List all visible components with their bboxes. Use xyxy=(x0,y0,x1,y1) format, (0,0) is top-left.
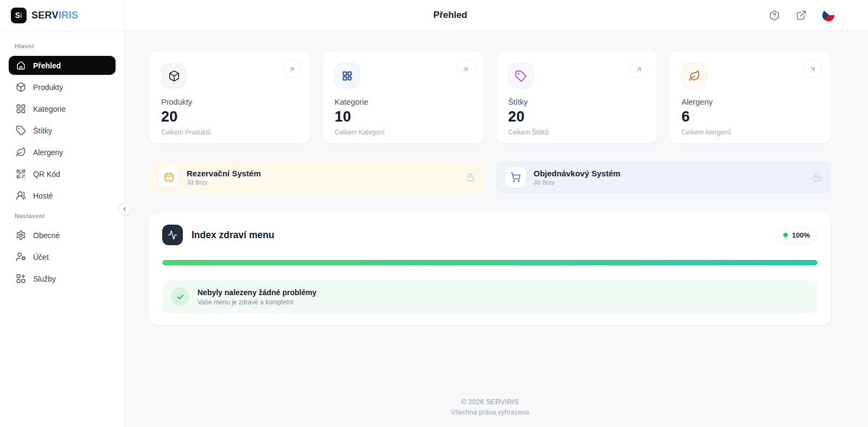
user-gear-icon xyxy=(16,252,26,262)
users-icon xyxy=(16,190,26,201)
sidebar-nav: Hlavní Přehled Produkty Kategorie Štítky… xyxy=(0,31,124,288)
stat-open-button[interactable] xyxy=(629,60,648,79)
stat-open-button[interactable] xyxy=(803,60,822,79)
sidebar-item-produkty[interactable]: Produkty xyxy=(9,78,116,97)
external-link-button[interactable] xyxy=(796,10,807,21)
stat-icon-tile xyxy=(508,63,534,88)
sidebar-item-alergeny[interactable]: Alergeny xyxy=(9,143,116,162)
lock-icon xyxy=(813,173,821,182)
page-title: Přehled xyxy=(125,10,776,21)
sidebar-item-obecne[interactable]: Obecné xyxy=(9,226,116,245)
sidebar-item-label: Účet xyxy=(33,253,49,262)
sidebar-item-label: Služby xyxy=(33,275,56,283)
logo-mark: Si xyxy=(11,8,27,23)
sidebar-item-sluzby[interactable]: Služby xyxy=(9,269,116,288)
sidebar-item-label: Kategorie xyxy=(33,105,66,113)
sidebar-item-label: Hosté xyxy=(33,192,53,200)
banner-icon-tile xyxy=(506,167,526,188)
sidebar-item-label: Produkty xyxy=(33,83,63,92)
sidebar: Si SERVIRIS Hlavní Přehled Produkty Kate… xyxy=(0,0,125,427)
sidebar-item-label: QR Kód xyxy=(33,170,60,179)
health-message-text: Nebyly nalezeny žádné problémy Vaše menu… xyxy=(197,288,316,306)
stat-subtitle: Celkem Alergenů xyxy=(681,129,819,136)
cart-icon xyxy=(510,172,521,182)
stat-open-button[interactable] xyxy=(283,60,302,79)
sidebar-item-label: Obecné xyxy=(33,231,60,240)
footer-copyright: © 2026 SERVIRIS xyxy=(149,398,831,406)
activity-icon xyxy=(168,230,177,240)
health-message-subtitle: Vaše menu je zdravé a kompletní xyxy=(197,298,316,306)
topbar: Přehled xyxy=(125,0,868,31)
sidebar-item-label: Přehled xyxy=(33,61,61,70)
sidebar-item-hoste[interactable]: Hosté xyxy=(9,186,116,205)
stat-icon-tile xyxy=(681,63,707,88)
grid-plus-icon xyxy=(16,273,26,284)
sidebar-item-ucet[interactable]: Účet xyxy=(9,247,116,266)
main-area: Přehled Produkty 20 Celkem Pr xyxy=(125,0,868,427)
external-link-icon xyxy=(796,10,807,21)
sidebar-collapse-button[interactable] xyxy=(118,203,131,215)
stat-card-alergeny[interactable]: Alergeny 6 Celkem Alergenů xyxy=(669,50,831,144)
status-dot-icon xyxy=(783,233,788,237)
grid-icon xyxy=(16,104,26,114)
stat-icon-tile xyxy=(335,63,360,88)
stat-subtitle: Celkem Kategorií xyxy=(335,129,472,136)
sidebar-item-prehled[interactable]: Přehled xyxy=(9,56,116,75)
banner-rezervacni-system[interactable]: Rezervační Systém Již Brzy xyxy=(149,161,484,193)
check-circle-icon xyxy=(171,288,189,306)
lock-icon xyxy=(466,173,475,182)
stat-title: Štítky xyxy=(508,98,646,106)
stat-value: 20 xyxy=(508,109,646,125)
health-progress-fill xyxy=(162,260,818,265)
health-percent-value: 100% xyxy=(792,231,810,239)
stat-value: 10 xyxy=(335,109,472,125)
gear-icon xyxy=(16,230,26,240)
banner-title: Objednávkový Systém xyxy=(534,169,621,178)
stat-value: 20 xyxy=(161,109,298,125)
stats-row: Produkty 20 Celkem Produktů Kategorie 10… xyxy=(149,50,831,144)
stat-card-stitky[interactable]: Štítky 20 Celkem Štítků xyxy=(496,50,658,144)
banner-text: Objednávkový Systém Již Brzy xyxy=(534,169,621,186)
czech-flag-icon[interactable] xyxy=(822,9,834,21)
check-icon xyxy=(176,293,184,301)
sidebar-item-label: Štítky xyxy=(33,126,52,135)
stat-card-produkty[interactable]: Produkty 20 Celkem Produktů xyxy=(149,50,311,144)
stat-subtitle: Celkem Štítků xyxy=(508,129,646,136)
stat-title: Alergeny xyxy=(681,98,819,106)
sidebar-item-kategorie[interactable]: Kategorie xyxy=(9,99,116,118)
nav-section-label-settings: Nastavení xyxy=(15,213,116,220)
stat-title: Produkty xyxy=(161,98,298,106)
home-icon xyxy=(16,60,26,71)
tag-icon xyxy=(515,70,527,82)
sidebar-item-label: Alergeny xyxy=(33,148,63,157)
logo[interactable]: Si SERVIRIS xyxy=(0,0,124,31)
footer-rights: Všechna práva vyhrazena xyxy=(149,409,831,416)
page-content: Produkty 20 Celkem Produktů Kategorie 10… xyxy=(125,31,868,427)
banner-text: Rezervační Systém Již Brzy xyxy=(187,169,261,186)
health-progress-track xyxy=(162,260,818,265)
help-button[interactable] xyxy=(769,10,780,21)
banner-subtitle: Již Brzy xyxy=(534,179,621,186)
stat-title: Kategorie xyxy=(335,98,472,106)
stat-icon-tile xyxy=(161,63,187,88)
health-icon-tile xyxy=(162,225,183,245)
stat-open-button[interactable] xyxy=(456,60,475,79)
stat-subtitle: Celkem Produktů xyxy=(161,129,298,136)
arrow-up-right-icon xyxy=(635,66,643,73)
health-percent-badge: 100% xyxy=(776,227,818,244)
topbar-actions xyxy=(769,9,868,21)
box-icon xyxy=(168,70,180,82)
health-header: Index zdraví menu 100% xyxy=(162,225,818,245)
stat-value: 6 xyxy=(681,109,819,125)
arrow-up-right-icon xyxy=(809,66,816,73)
banner-objednavkovy-system[interactable]: Objednávkový Systém Již Brzy xyxy=(496,161,832,193)
stat-card-kategorie[interactable]: Kategorie 10 Celkem Kategorií xyxy=(322,50,484,144)
banners-row: Rezervační Systém Již Brzy Objednávkový … xyxy=(149,161,831,193)
banner-icon-tile xyxy=(158,167,179,188)
health-message-title: Nebyly nalezeny žádné problémy xyxy=(197,288,316,297)
sidebar-item-stitky[interactable]: Štítky xyxy=(9,121,116,140)
sidebar-item-qr-kod[interactable]: QR Kód xyxy=(9,164,116,183)
banner-subtitle: Již Brzy xyxy=(187,179,261,186)
footer: © 2026 SERVIRIS Všechna práva vyhrazena xyxy=(149,398,831,427)
leaf-icon xyxy=(16,147,26,157)
